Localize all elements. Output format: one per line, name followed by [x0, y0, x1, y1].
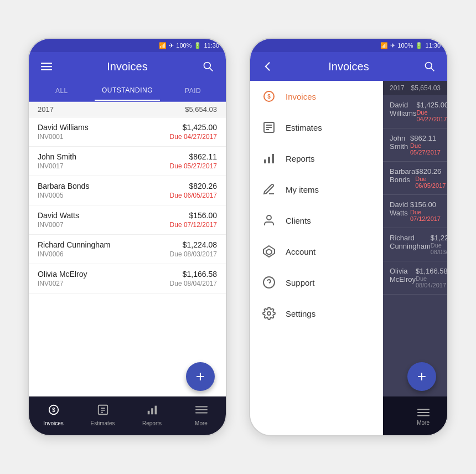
battery-icon: 🔋	[194, 42, 201, 49]
behind-content: 2017 $5,654.03 David Williams $1,425.00D…	[383, 81, 447, 435]
drawer-invoices-label: Invoices	[286, 92, 316, 101]
svg-rect-26	[268, 157, 270, 163]
invoice-due-4: Due 07/12/2017	[170, 221, 217, 229]
nav-invoices-label: Invoices	[43, 420, 64, 426]
behind-item-3: Barbara Bonds $820.26Due 06/05/2017	[383, 162, 447, 195]
fab-button-1[interactable]: +	[186, 362, 215, 391]
drawer-container: $ Invoices Estimates	[250, 81, 447, 435]
invoice-due-1: Due 04/27/2017	[170, 133, 217, 141]
battery-text-2: 100%	[397, 42, 413, 49]
invoice-amount-5: $1,224.08	[170, 240, 217, 249]
invoice-due-2: Due 05/27/2017	[170, 162, 217, 170]
nav-reports[interactable]: Reports	[127, 396, 177, 433]
drawer-account-label: Account	[286, 247, 315, 256]
drawer-reports[interactable]: Reports	[250, 143, 383, 174]
behind-list: 2017 $5,654.03 David Williams $1,425.00D…	[383, 81, 447, 396]
drawer-estimates-icon	[261, 120, 277, 135]
behind-item-2: John Smith $862.11Due 05/27/2017	[383, 128, 447, 162]
tab-bar-1: ALL OUTSTANDING PAID	[29, 81, 226, 102]
invoice-list-1: 2017 $5,654.03 David Williams INV0001 $1…	[29, 102, 226, 396]
drawer-clients[interactable]: Clients	[250, 205, 383, 236]
tab-paid[interactable]: PAID	[160, 81, 226, 101]
invoice-name-2: John Smith	[38, 152, 76, 161]
drawer-clients-icon	[261, 213, 277, 228]
svg-text:$: $	[267, 94, 271, 100]
drawer-settings-icon	[261, 306, 277, 321]
svg-line-4	[210, 68, 213, 71]
drawer-support[interactable]: Support	[250, 267, 383, 298]
invoice-amount-2: $862.11	[170, 152, 217, 161]
nav-estimates[interactable]: Estimates	[78, 396, 127, 433]
phones-container: 📶 ✈ 100% 🔋 11:30 Invoices	[0, 16, 476, 458]
bottom-nav-1: $ Invoices Estimates	[29, 396, 226, 435]
drawer-support-icon	[261, 275, 277, 290]
app-header-1: Invoices	[29, 52, 226, 81]
battery-text: 100%	[176, 42, 192, 49]
invoice-num-6: INV0027	[38, 280, 87, 287]
year-header-1: 2017 $5,654.03	[29, 102, 226, 117]
svg-rect-16	[195, 412, 208, 413]
behind-nav-more: More	[410, 406, 436, 426]
signal-icon: ✈	[169, 42, 174, 49]
drawer-estimates-label: Estimates	[286, 123, 322, 132]
nav-reports-label: Reports	[142, 420, 162, 426]
drawer-invoices-icon: $	[261, 89, 277, 104]
nav-more[interactable]: More	[177, 396, 226, 433]
search-icon-2[interactable]	[421, 61, 438, 72]
back-icon[interactable]	[259, 61, 277, 72]
drawer-account[interactable]: Account	[250, 236, 383, 267]
invoice-item-3[interactable]: Barbara Bonds INV0005 $820.26 Due 06/05/…	[29, 176, 226, 205]
invoice-item-6[interactable]: Olivia McElroy INV0027 $1,166.58 Due 08/…	[29, 264, 226, 293]
year-label: 2017	[38, 105, 54, 114]
behind-year-total: $5,654.03	[411, 84, 441, 92]
invoice-num-2: INV0017	[38, 162, 76, 170]
invoice-num-5: INV0006	[38, 250, 111, 258]
phone-1: 📶 ✈ 100% 🔋 11:30 Invoices	[28, 38, 227, 436]
nav-estimates-label: Estimates	[91, 420, 115, 426]
year-total: $5,654.03	[185, 105, 217, 114]
svg-rect-34	[417, 409, 430, 410]
invoice-item-1[interactable]: David Williams INV0001 $1,425.00 Due 04/…	[29, 117, 226, 147]
app-title-1: Invoices	[55, 60, 199, 73]
drawer-items[interactable]: My items	[250, 174, 383, 205]
drawer-clients-label: Clients	[286, 216, 311, 225]
drawer-estimates[interactable]: Estimates	[250, 112, 383, 143]
battery-icon-2: 🔋	[415, 42, 423, 49]
fab-button-2[interactable]: +	[407, 362, 436, 391]
wifi-icon: 📶	[159, 42, 167, 49]
drawer-menu: $ Invoices Estimates	[250, 81, 383, 435]
svg-rect-13	[154, 405, 157, 414]
drawer-invoices[interactable]: $ Invoices	[250, 81, 383, 112]
invoice-name-3: Barbara Bonds	[38, 182, 89, 190]
drawer-support-label: Support	[286, 278, 315, 287]
invoice-due-3: Due 06/05/2017	[170, 192, 217, 199]
invoices-nav-icon: $	[48, 404, 60, 419]
invoice-item-2[interactable]: John Smith INV0017 $862.11 Due 05/27/201…	[29, 147, 226, 176]
menu-icon[interactable]	[38, 61, 55, 72]
invoice-name-1: David Williams	[38, 123, 89, 132]
status-bar-2: 📶 ✈ 100% 🔋 11:30	[250, 39, 447, 52]
tab-all[interactable]: ALL	[29, 81, 95, 101]
nav-invoices[interactable]: $ Invoices	[29, 396, 78, 433]
svg-point-28	[267, 215, 271, 220]
svg-marker-30	[266, 249, 272, 255]
invoice-num-4: INV0007	[38, 221, 79, 229]
reports-nav-icon	[146, 404, 158, 419]
svg-rect-14	[195, 406, 208, 407]
status-time: 11:30	[204, 42, 219, 49]
behind-bottom-nav: More	[383, 396, 447, 435]
drawer-reports-label: Reports	[286, 154, 315, 163]
svg-point-33	[267, 312, 271, 315]
drawer-account-icon	[261, 244, 277, 259]
tab-outstanding[interactable]: OUTSTANDING	[95, 81, 161, 101]
invoice-num-1: INV0001	[38, 133, 89, 141]
invoice-item-4[interactable]: David Watts INV0007 $156.00 Due 07/12/20…	[29, 205, 226, 235]
invoice-item-5[interactable]: Richard Cunningham INV0006 $1,224.08 Due…	[29, 235, 226, 264]
svg-rect-15	[195, 409, 208, 410]
svg-rect-36	[417, 415, 430, 416]
search-icon-1[interactable]	[199, 61, 217, 72]
more-nav-icon	[195, 404, 208, 419]
drawer-settings[interactable]: Settings	[250, 298, 383, 329]
behind-year-label: 2017	[390, 84, 405, 92]
invoice-amount-6: $1,166.58	[170, 270, 217, 279]
